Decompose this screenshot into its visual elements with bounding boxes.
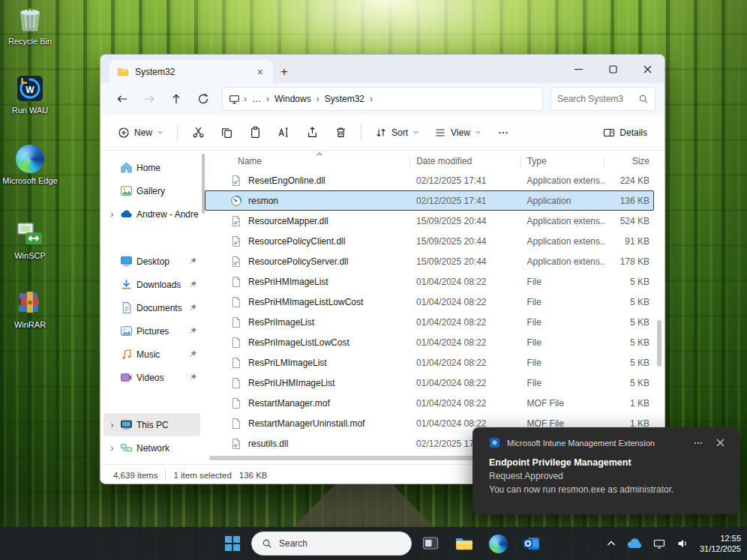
file-name: ResPriImageListLowCost bbox=[248, 337, 350, 348]
sidebar-item-desktop[interactable]: Desktop bbox=[104, 250, 200, 273]
file-date-cell: 01/04/2024 08:22 bbox=[410, 398, 520, 409]
sidebar-item-gallery[interactable]: Gallery bbox=[104, 179, 200, 202]
file-type-cell: File bbox=[521, 378, 605, 388]
tab-close-icon[interactable]: × bbox=[254, 66, 267, 78]
expand-chevron-icon[interactable]: › bbox=[108, 420, 116, 430]
desktop-icon-run-wau[interactable]: W Run WAU bbox=[2, 73, 58, 115]
column-headers: Name Date modified Type Size bbox=[205, 152, 654, 170]
sidebar-item-network[interactable]: ›Network bbox=[104, 436, 200, 460]
minimize-button[interactable] bbox=[561, 55, 596, 83]
outlook-icon[interactable] bbox=[517, 529, 547, 559]
column-header-size[interactable]: Size bbox=[604, 155, 654, 167]
file-row-resetengonline-dll[interactable]: ResetEngOnline.dll02/12/2025 17:41Applic… bbox=[205, 170, 654, 190]
close-icon bbox=[716, 439, 724, 447]
breadcrumb-item-system32[interactable]: System32 bbox=[320, 91, 369, 106]
search-input[interactable] bbox=[557, 94, 635, 104]
delete-button[interactable] bbox=[327, 120, 354, 145]
file-row-resprilmimagelist[interactable]: ResPriLMImageList01/04/2024 08:22File5 K… bbox=[205, 352, 654, 373]
desktop-icon-label: Run WAU bbox=[12, 106, 49, 115]
desktop-icon-winrar[interactable]: WinRAR bbox=[2, 288, 58, 330]
details-pane-button[interactable]: Details bbox=[596, 121, 654, 144]
scrollbar-thumb[interactable] bbox=[657, 320, 662, 367]
chevron-down-icon bbox=[475, 129, 482, 136]
column-header-type[interactable]: Type bbox=[521, 155, 605, 167]
file-row-respriuhmimagelist[interactable]: ResPriUHMImageList01/04/2024 08:22File5 … bbox=[205, 373, 654, 393]
details-pane-icon bbox=[603, 127, 615, 139]
column-header-name[interactable]: Name bbox=[205, 155, 410, 167]
copy-button[interactable] bbox=[213, 120, 240, 145]
view-button[interactable]: View bbox=[428, 121, 488, 144]
file-name: resmon bbox=[248, 196, 278, 206]
file-row-resourcepolicyclient-dll[interactable]: ResourcePolicyClient.dll15/09/2025 20:44… bbox=[205, 231, 654, 251]
maximize-button[interactable] bbox=[596, 55, 630, 83]
search-box[interactable] bbox=[550, 87, 656, 111]
desktop-icon-recycle-bin[interactable]: Recycle Bin bbox=[2, 4, 58, 46]
file-icon bbox=[230, 377, 242, 389]
close-button[interactable] bbox=[630, 55, 664, 83]
file-row-restartmanager-mof[interactable]: RestartManager.mof01/04/2024 08:22MOF Fi… bbox=[205, 393, 654, 413]
chevron-down-icon bbox=[157, 129, 164, 136]
column-header-date-modified[interactable]: Date modified bbox=[410, 155, 520, 167]
sidebar-item-this-pc[interactable]: ›This PC bbox=[104, 413, 200, 436]
volume-icon[interactable] bbox=[675, 536, 690, 551]
edge-icon[interactable] bbox=[483, 529, 513, 559]
sidebar-item-videos[interactable]: Videos bbox=[104, 366, 200, 389]
refresh-button[interactable] bbox=[190, 87, 216, 111]
share-button[interactable] bbox=[298, 120, 326, 145]
explorer-tab-system32[interactable]: System32 × bbox=[110, 60, 273, 83]
expand-chevron-icon[interactable]: › bbox=[108, 443, 116, 454]
file-row-resprihmimagelistlowcost[interactable]: ResPriHMImageListLowCost01/04/2024 08:22… bbox=[205, 292, 654, 312]
file-name: RestartManagerUninstall.mof bbox=[248, 418, 364, 429]
forward-button[interactable] bbox=[136, 87, 162, 111]
window-app-icon[interactable] bbox=[416, 529, 446, 559]
music-icon bbox=[120, 348, 133, 361]
new-button[interactable]: New bbox=[111, 121, 170, 144]
sidebar-item-andrew-andre[interactable]: ›Andrew - Andre bbox=[104, 202, 200, 226]
sidebar-item-home[interactable]: Home bbox=[104, 156, 200, 179]
sidebar-item-music[interactable]: Music bbox=[104, 343, 200, 366]
file-row-resourcepolicyserver-dll[interactable]: ResourcePolicyServer.dll15/09/2025 20:44… bbox=[205, 251, 654, 271]
file-explorer-icon[interactable] bbox=[449, 529, 479, 559]
rename-icon bbox=[278, 126, 290, 139]
back-button[interactable] bbox=[110, 87, 135, 111]
tray-chevron-up-icon[interactable] bbox=[605, 539, 617, 548]
file-row-resourcemapper-dll[interactable]: ResourceMapper.dll15/09/2025 20:44Applic… bbox=[205, 211, 654, 231]
desktop-icon-label: WinRAR bbox=[14, 320, 46, 330]
toast-line2: You can now run resmon.exe as administra… bbox=[489, 483, 728, 496]
onedrive-icon bbox=[120, 208, 133, 220]
onedrive-cloud-icon[interactable] bbox=[626, 537, 644, 550]
sidebar-item-pictures[interactable]: Pictures bbox=[104, 319, 200, 343]
file-name-cell: resmon bbox=[205, 195, 410, 207]
file-explorer-window: System32 × + bbox=[100, 54, 665, 484]
up-button[interactable] bbox=[164, 87, 189, 111]
rename-button[interactable] bbox=[270, 120, 297, 145]
new-tab-button[interactable]: + bbox=[273, 60, 296, 83]
vertical-scrollbar[interactable] bbox=[655, 170, 664, 452]
sidebar-item-documents[interactable]: Documents bbox=[104, 296, 200, 319]
paste-button[interactable] bbox=[242, 120, 268, 145]
address-breadcrumb-bar[interactable]: ›…›Windows›System32› bbox=[222, 87, 543, 111]
desktop-icon-microsoft-edge[interactable]: Microsoft Edge bbox=[2, 144, 58, 186]
file-row-resprihmimagelist[interactable]: ResPriHMImageList01/04/2024 08:22File5 K… bbox=[205, 271, 654, 292]
breadcrumb-item-windows[interactable]: Windows bbox=[270, 91, 316, 106]
expand-chevron-icon[interactable]: › bbox=[108, 209, 116, 220]
display-icon[interactable] bbox=[652, 536, 667, 551]
start-button[interactable] bbox=[218, 529, 248, 559]
desktop-icon-winscp[interactable]: WinSCP bbox=[2, 219, 58, 261]
file-row-respriimagelistlowcost[interactable]: ResPriImageListLowCost01/04/2024 08:22Fi… bbox=[205, 332, 654, 352]
taskbar-clock[interactable]: 12:55 31/12/2025 bbox=[698, 533, 741, 554]
sidebar-item-downloads[interactable]: Downloads bbox=[104, 273, 200, 296]
toast-more-button[interactable] bbox=[690, 438, 706, 448]
notification-toast[interactable]: Microsoft Intune Management Extension En… bbox=[472, 427, 740, 514]
taskbar-search-box[interactable]: Search bbox=[251, 532, 412, 556]
file-row-resmon[interactable]: resmon02/12/2025 17:41Application136 KB bbox=[205, 190, 654, 211]
sort-button[interactable]: Sort bbox=[368, 121, 426, 144]
toast-close-button[interactable] bbox=[713, 439, 728, 447]
file-row-respriimagelist[interactable]: ResPriImageList01/04/2024 08:22File5 KB bbox=[205, 312, 654, 332]
taskbar: Search bbox=[0, 527, 747, 560]
sort-ascending-icon bbox=[316, 149, 323, 160]
more-options-button[interactable] bbox=[490, 120, 517, 145]
svg-text:W: W bbox=[26, 85, 34, 95]
cut-button[interactable] bbox=[184, 120, 212, 145]
breadcrumb-overflow[interactable]: … bbox=[248, 91, 266, 106]
